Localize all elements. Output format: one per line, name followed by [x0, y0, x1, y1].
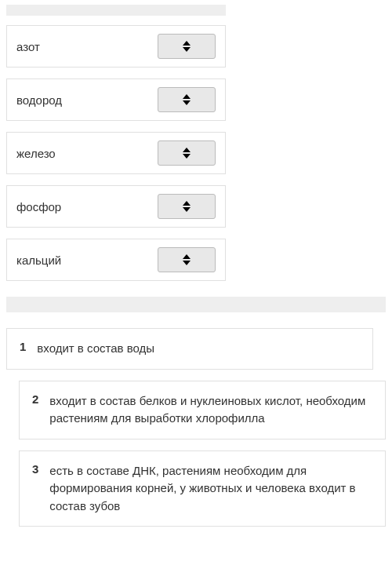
answer-number: 1: [20, 340, 26, 353]
header-divider: [6, 5, 226, 16]
select-dropdown[interactable]: [158, 194, 216, 219]
match-row: азот: [6, 25, 226, 67]
sort-arrows-icon: [183, 94, 191, 105]
match-label: железо: [16, 147, 158, 160]
select-dropdown[interactable]: [158, 140, 216, 166]
match-row: железо: [6, 132, 226, 174]
select-dropdown[interactable]: [158, 247, 216, 272]
match-list: азот водород железо фосфор: [0, 25, 232, 281]
answer-text: входит в состав воды: [37, 340, 154, 358]
match-label: водород: [16, 93, 158, 107]
select-dropdown[interactable]: [158, 34, 216, 59]
answers-list: 1 входит в состав воды 2 входит в состав…: [0, 328, 392, 527]
sort-arrows-icon: [183, 41, 191, 52]
match-row: кальций: [6, 239, 226, 281]
answer-number: 2: [32, 392, 38, 406]
answer-item: 1 входит в состав воды: [6, 328, 373, 370]
match-label: азот: [16, 40, 158, 53]
match-row: фосфор: [6, 185, 226, 228]
answer-number: 3: [32, 462, 38, 476]
match-row: водород: [6, 78, 226, 121]
answer-text: есть в составе ДНК, растениям необходим …: [49, 462, 372, 516]
sort-arrows-icon: [183, 201, 191, 212]
answer-item: 3 есть в составе ДНК, растениям необходи…: [19, 450, 386, 527]
sort-arrows-icon: [183, 148, 191, 159]
match-label: фосфор: [16, 200, 158, 213]
answer-text: входит в состав белков и нуклеиновых кис…: [49, 392, 372, 428]
sort-arrows-icon: [183, 254, 191, 265]
select-dropdown[interactable]: [158, 87, 216, 112]
answer-item: 2 входит в состав белков и нуклеиновых к…: [19, 381, 386, 440]
section-divider: [6, 297, 386, 312]
match-label: кальций: [16, 253, 158, 267]
